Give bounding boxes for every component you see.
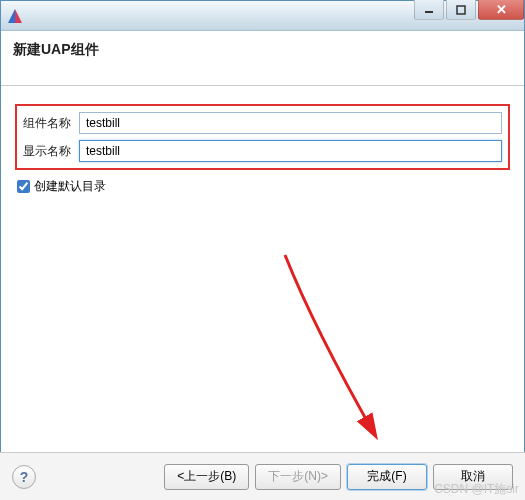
maximize-button[interactable] (446, 0, 476, 20)
maximize-icon (456, 5, 466, 15)
back-button[interactable]: <上一步(B) (164, 464, 249, 490)
cancel-button[interactable]: 取消 (433, 464, 513, 490)
close-icon: ✕ (496, 2, 507, 17)
svg-marker-0 (8, 9, 15, 23)
component-name-row: 组件名称 (23, 112, 502, 134)
finish-button[interactable]: 完成(F) (347, 464, 427, 490)
svg-marker-1 (15, 9, 22, 23)
dialog-window: ✕ 新建UAP组件 组件名称 显示名称 创建默认目录 ? <上一步(B) 下一 (0, 0, 525, 500)
dialog-header: 新建UAP组件 (1, 31, 524, 86)
minimize-button[interactable] (414, 0, 444, 20)
close-button[interactable]: ✕ (478, 0, 524, 20)
dialog-footer: ? <上一步(B) 下一步(N)> 完成(F) 取消 (0, 452, 525, 500)
create-default-dirs-row: 创建默认目录 (15, 178, 510, 195)
minimize-icon (424, 6, 434, 14)
help-icon: ? (20, 469, 29, 485)
create-default-dirs-checkbox[interactable] (17, 180, 30, 193)
dialog-title: 新建UAP组件 (13, 41, 99, 59)
titlebar: ✕ (1, 1, 524, 31)
display-name-row: 显示名称 (23, 140, 502, 162)
app-logo-icon (7, 8, 23, 24)
svg-rect-2 (425, 11, 433, 13)
display-name-label: 显示名称 (23, 143, 79, 160)
next-button: 下一步(N)> (255, 464, 341, 490)
window-controls: ✕ (414, 0, 524, 20)
display-name-input[interactable] (79, 140, 502, 162)
svg-rect-3 (457, 6, 465, 14)
create-default-dirs-label: 创建默认目录 (34, 178, 106, 195)
component-name-input[interactable] (79, 112, 502, 134)
dialog-content: 组件名称 显示名称 创建默认目录 (1, 86, 524, 205)
help-button[interactable]: ? (12, 465, 36, 489)
component-name-label: 组件名称 (23, 115, 79, 132)
highlighted-fields: 组件名称 显示名称 (15, 104, 510, 170)
